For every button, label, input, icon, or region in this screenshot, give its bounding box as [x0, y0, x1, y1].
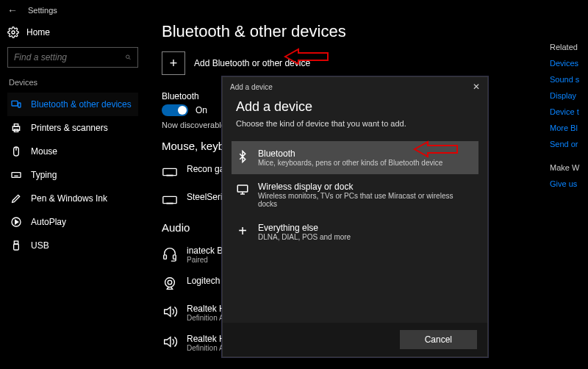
option-title: Bluetooth — [258, 148, 442, 159]
add-device-label: Add Bluetooth or other device — [194, 58, 310, 68]
svg-point-0 — [12, 31, 15, 34]
sidebar-item-pen[interactable]: Pen & Windows Ink — [7, 187, 138, 210]
svg-rect-22 — [163, 196, 176, 203]
dialog-subtitle: Choose the kind of device that you want … — [236, 119, 474, 128]
option-subtitle: Mice, keyboards, pens or other kinds of … — [258, 159, 442, 167]
sidebar-item-printers[interactable]: Printers & scanners — [7, 116, 138, 140]
window-title: Settings — [28, 6, 57, 15]
gear-icon — [7, 26, 19, 38]
headset-icon — [162, 246, 178, 262]
add-device-button[interactable]: + Add Bluetooth or other device — [162, 51, 545, 75]
plus-icon: + — [236, 224, 249, 237]
svg-point-1 — [126, 55, 130, 59]
sidebar-item-bluetooth[interactable]: Bluetooth & other devices — [7, 93, 138, 116]
sidebar-item-autoplay[interactable]: AutoPlay — [7, 210, 138, 234]
svg-rect-24 — [164, 255, 167, 259]
dialog-heading: Add a device — [236, 99, 474, 115]
svg-point-27 — [168, 280, 172, 284]
related-header: Related — [550, 43, 588, 51]
pen-icon — [10, 193, 22, 204]
printer-icon — [10, 122, 22, 134]
sidebar-item-label: Pen & Windows Ink — [31, 193, 107, 204]
related-link[interactable]: More Bl — [550, 123, 588, 132]
feedback-link[interactable]: Give us — [550, 179, 588, 188]
svg-rect-19 — [14, 244, 19, 250]
svg-rect-10 — [12, 173, 21, 178]
mouse-icon — [10, 146, 22, 157]
usb-icon — [10, 240, 22, 251]
page-title: Bluetooth & other devices — [162, 22, 545, 41]
sidebar-section-header: Devices — [9, 78, 138, 87]
svg-rect-30 — [237, 185, 248, 192]
bluetooth-toggle[interactable] — [162, 104, 188, 116]
sidebar-item-label: Typing — [31, 170, 57, 180]
keyboard-icon — [162, 192, 178, 208]
search-input[interactable] — [7, 47, 138, 68]
svg-rect-25 — [173, 255, 176, 259]
option-everything-else[interactable]: + Everything elseDLNA, DIAL, POS and mor… — [232, 215, 478, 248]
home-button[interactable]: Home — [7, 25, 138, 40]
svg-rect-4 — [18, 103, 21, 107]
window-titlebar: ← Settings — [0, 0, 588, 21]
svg-rect-20 — [163, 168, 176, 175]
option-subtitle: Wireless monitors, TVs or PCs that use M… — [258, 192, 474, 208]
option-wireless-display[interactable]: Wireless display or dockWireless monitor… — [232, 174, 478, 215]
speaker-icon — [162, 304, 178, 320]
related-link[interactable]: Device t — [550, 107, 588, 116]
svg-marker-28 — [165, 307, 171, 317]
keyboard-icon — [162, 164, 178, 180]
close-icon[interactable]: ✕ — [473, 82, 480, 92]
bluetooth-icon — [236, 150, 249, 163]
sidebar-item-usb[interactable]: USB — [7, 234, 138, 257]
svg-marker-17 — [15, 220, 18, 223]
feedback-header: Make W — [550, 163, 588, 172]
option-subtitle: DLNA, DIAL, POS and more — [258, 233, 351, 241]
option-title: Wireless display or dock — [258, 182, 474, 192]
sidebar: Home Devices Bluetooth & other devices P… — [0, 21, 146, 369]
option-bluetooth[interactable]: BluetoothMice, keyboards, pens or other … — [232, 141, 478, 174]
back-icon[interactable]: ← — [7, 4, 18, 16]
sidebar-item-label: AutoPlay — [31, 217, 66, 227]
related-link[interactable]: Sound s — [550, 75, 588, 84]
option-title: Everything else — [258, 223, 351, 233]
sidebar-item-typing[interactable]: Typing — [7, 163, 138, 187]
sidebar-item-mouse[interactable]: Mouse — [7, 140, 138, 163]
webcam-icon — [162, 276, 178, 292]
plus-icon: + — [162, 51, 185, 75]
svg-marker-29 — [165, 337, 171, 347]
sidebar-item-label: Printers & scanners — [31, 123, 108, 133]
search-field[interactable] — [14, 52, 125, 62]
keyboard-icon — [10, 169, 22, 181]
svg-rect-3 — [12, 101, 18, 106]
home-label: Home — [26, 27, 50, 37]
sidebar-item-label: Mouse — [31, 146, 57, 157]
sidebar-item-label: USB — [31, 240, 49, 251]
svg-point-26 — [165, 278, 175, 287]
monitor-icon — [236, 183, 249, 196]
devices-icon — [10, 98, 22, 110]
related-link[interactable]: Display — [550, 91, 588, 100]
svg-line-2 — [129, 58, 130, 60]
search-icon — [125, 52, 132, 62]
autoplay-icon — [10, 216, 22, 228]
speaker-icon — [162, 334, 178, 350]
dialog-title: Add a device — [230, 83, 273, 91]
bluetooth-state: On — [196, 105, 207, 115]
cancel-button[interactable]: Cancel — [400, 330, 477, 349]
sidebar-item-label: Bluetooth & other devices — [31, 99, 132, 110]
svg-rect-6 — [14, 124, 18, 126]
related-link[interactable]: Devices — [550, 59, 588, 68]
related-link[interactable]: Send or — [550, 140, 588, 148]
related-links: Related Devices Sound s Display Device t… — [545, 21, 588, 369]
add-device-dialog: Add a device ✕ Add a device Choose the k… — [222, 76, 488, 357]
